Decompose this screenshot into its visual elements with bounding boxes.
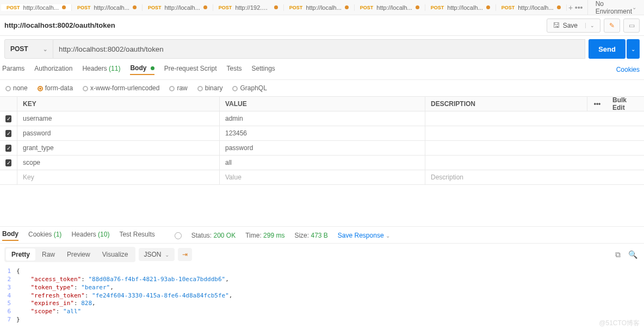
tab-prerequest[interactable]: Pre-request Script xyxy=(164,65,217,75)
request-tab[interactable]: POSThttp://localh... xyxy=(425,4,496,11)
cell-key[interactable]: username xyxy=(17,111,220,126)
row-checkbox[interactable]: ✓ xyxy=(5,115,11,122)
view-raw[interactable]: Raw xyxy=(36,249,60,260)
tab-method: POST xyxy=(219,5,232,10)
save-button[interactable]: 🖫 Save ⌄ xyxy=(547,18,600,33)
new-key-input[interactable]: Key xyxy=(17,170,220,184)
copy-icon: ⧉ xyxy=(615,250,621,259)
view-preview[interactable]: Preview xyxy=(61,249,96,260)
row-checkbox[interactable]: ✓ xyxy=(5,130,11,137)
save-response-dropdown[interactable]: Save Response ⌄ xyxy=(338,232,390,239)
response-body[interactable]: 1{2 "access_token": "88d08a76-f4bf-4821-… xyxy=(0,265,644,327)
request-tab[interactable]: POSThttp://localh... xyxy=(1,4,72,11)
table-row[interactable]: ✓password123456 xyxy=(0,126,644,141)
wrap-icon: ⇥ xyxy=(182,251,188,258)
body-type-graphql[interactable]: GraphQL xyxy=(232,84,267,92)
globe-icon[interactable] xyxy=(175,232,182,239)
request-tab[interactable]: POSThttp://localh... xyxy=(284,4,355,11)
bulk-edit-button[interactable]: Bulk Edit xyxy=(607,97,644,111)
format-select[interactable]: JSON ⌄ xyxy=(139,248,175,261)
response-tabs: Body Cookies (1) Headers (10) Test Resul… xyxy=(0,226,644,244)
search-button[interactable]: 🔍 xyxy=(626,250,640,259)
cookies-link[interactable]: Cookies xyxy=(616,66,640,73)
col-options-button[interactable]: ••• xyxy=(587,97,607,111)
send-dropdown[interactable]: ⌄ xyxy=(627,39,640,59)
cell-desc[interactable] xyxy=(425,141,644,155)
table-row[interactable]: ✓grant_typepassword xyxy=(0,141,644,156)
cell-key[interactable]: scope xyxy=(17,156,220,170)
cell-desc[interactable] xyxy=(425,111,644,126)
tab-body[interactable]: Body xyxy=(130,64,154,75)
chevron-down-icon: ⌄ xyxy=(43,46,47,52)
new-desc-input[interactable]: Description xyxy=(425,170,644,184)
new-value-input[interactable]: Value xyxy=(220,170,425,184)
tab-params[interactable]: Params xyxy=(2,65,24,75)
cell-desc[interactable] xyxy=(425,126,644,140)
cell-value[interactable]: admin xyxy=(220,111,425,126)
cell-value[interactable]: password xyxy=(220,141,425,155)
new-tab-button[interactable]: + xyxy=(567,3,575,12)
col-desc: DESCRIPTION xyxy=(425,97,587,111)
view-pretty[interactable]: Pretty xyxy=(6,249,35,260)
request-tab[interactable]: POSThttp://localh... xyxy=(143,4,213,11)
tab-tests[interactable]: Tests xyxy=(226,65,242,75)
chevron-down-icon: ⌄ xyxy=(632,4,636,10)
resp-tab-tests[interactable]: Test Results xyxy=(119,231,154,240)
title-row: http://localhost:8002/oauth/token 🖫 Save… xyxy=(0,15,644,36)
tab-title: http://localh... xyxy=(447,4,482,11)
tab-settings[interactable]: Settings xyxy=(252,65,275,75)
tab-authorization[interactable]: Authorization xyxy=(34,65,72,75)
tab-method: POST xyxy=(431,5,444,10)
body-type-raw[interactable]: raw xyxy=(169,84,187,92)
cell-key[interactable]: password xyxy=(17,126,220,140)
tab-method: POST xyxy=(77,5,91,10)
chevron-down-icon: ⌄ xyxy=(165,252,169,258)
row-checkbox[interactable]: ✓ xyxy=(5,159,11,166)
environment-select[interactable]: No Environment ⌄ xyxy=(587,0,644,15)
wrap-lines-button[interactable]: ⇥ xyxy=(178,248,192,261)
body-type-none[interactable]: none xyxy=(5,84,28,92)
send-button[interactable]: Send xyxy=(589,39,626,59)
resp-tab-body[interactable]: Body xyxy=(2,230,18,241)
unsaved-dot-icon xyxy=(416,5,419,9)
table-row[interactable]: ✓scopeall xyxy=(0,156,644,170)
request-tab[interactable]: POSThttp://192.16... xyxy=(213,4,284,11)
comment-icon-button[interactable]: ▭ xyxy=(623,18,640,33)
view-segment: Pretty Raw Preview Visualize xyxy=(4,247,135,262)
copy-button[interactable]: ⧉ xyxy=(613,250,623,259)
tab-overflow-button[interactable]: ••• xyxy=(575,3,583,12)
page-title: http://localhost:8002/oauth/token xyxy=(4,21,543,29)
unsaved-dot-icon xyxy=(345,5,349,9)
environment-label: No Environment xyxy=(596,0,632,15)
tab-title: http://localh... xyxy=(376,4,412,11)
body-type-form-data[interactable]: form-data xyxy=(38,84,73,92)
row-checkbox[interactable]: ✓ xyxy=(5,145,11,152)
resp-tab-cookies[interactable]: Cookies (1) xyxy=(28,231,61,240)
table-row-new[interactable]: Key Value Description xyxy=(0,170,644,185)
request-tab[interactable]: POSThttp://localh... xyxy=(496,4,567,11)
edit-icon-button[interactable]: ✎ xyxy=(604,18,620,33)
method-value: POST xyxy=(10,45,28,53)
cell-value[interactable]: all xyxy=(220,156,425,170)
cell-key[interactable]: grant_type xyxy=(17,141,220,155)
tab-method: POST xyxy=(7,5,20,10)
request-tab[interactable]: POSThttp://localh... xyxy=(72,4,143,11)
unsaved-dot-icon xyxy=(486,5,490,9)
view-visualize[interactable]: Visualize xyxy=(97,249,134,260)
cell-desc[interactable] xyxy=(425,156,644,170)
unsaved-dot-icon xyxy=(62,5,66,9)
tab-headers[interactable]: Headers (11) xyxy=(82,65,120,75)
pencil-icon: ✎ xyxy=(609,22,615,29)
method-select[interactable]: POST ⌄ xyxy=(4,39,53,59)
cell-value[interactable]: 123456 xyxy=(220,126,425,140)
request-tab[interactable]: POSThttp://localh... xyxy=(355,4,425,11)
body-type-x-www[interactable]: x-www-form-urlencoded xyxy=(83,84,159,92)
table-row[interactable]: ✓usernameadmin xyxy=(0,111,644,126)
tab-title: http://localh... xyxy=(23,4,59,11)
body-type-binary[interactable]: binary xyxy=(197,84,223,92)
save-dropdown[interactable]: ⌄ xyxy=(585,23,595,28)
size-label: Size: 473 B xyxy=(294,232,327,239)
save-icon: 🖫 xyxy=(553,21,560,29)
url-input[interactable] xyxy=(53,39,585,59)
resp-tab-headers[interactable]: Headers (10) xyxy=(71,231,109,240)
